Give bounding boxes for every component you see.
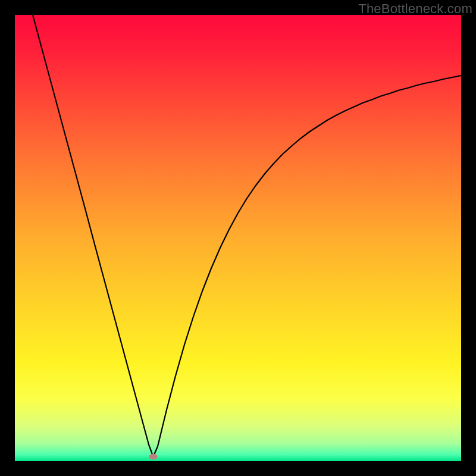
bottleneck-chart bbox=[15, 15, 461, 461]
chart-container: TheBottleneck.com bbox=[0, 0, 476, 476]
plot-area bbox=[15, 15, 461, 461]
minimum-marker bbox=[149, 454, 158, 460]
gradient-background bbox=[15, 15, 461, 461]
